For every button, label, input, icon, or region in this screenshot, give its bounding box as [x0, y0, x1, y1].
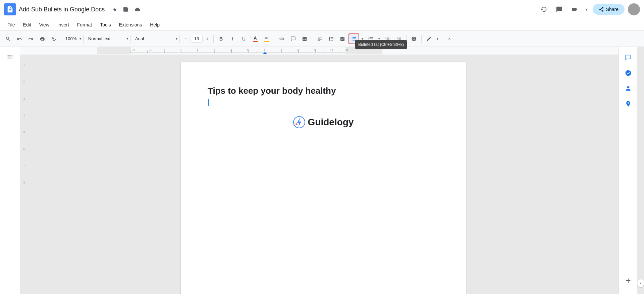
- increase-font-size-button[interactable]: +: [203, 33, 211, 44]
- collapse-toolbar-button[interactable]: [444, 33, 455, 44]
- svg-text:-2: -2: [132, 49, 135, 52]
- add-comment-button[interactable]: [288, 33, 299, 44]
- text-color-button[interactable]: A: [250, 33, 261, 44]
- numbered-list-button[interactable]: [365, 33, 376, 44]
- svg-text:-1: -1: [149, 49, 152, 52]
- star-button[interactable]: ★: [110, 5, 119, 14]
- history-button[interactable]: [538, 3, 550, 15]
- zoom-select[interactable]: 100% 75% 50% 125% 150%: [63, 35, 79, 43]
- clear-formatting-button[interactable]: [409, 33, 419, 44]
- line-spacing-button[interactable]: [326, 33, 336, 44]
- notes-panel-button[interactable]: [622, 51, 635, 64]
- font-size-box: − +: [182, 33, 211, 44]
- cloud-save-button[interactable]: [133, 5, 142, 14]
- ruler-number-7: 7: [20, 163, 28, 180]
- brand-name: Guidelogy: [308, 117, 354, 128]
- svg-rect-1: [97, 47, 131, 54]
- tasks-panel-button[interactable]: [622, 66, 635, 80]
- ruler-area: -2 -1 0 1 2 3 4 5 6: [20, 47, 619, 294]
- contacts-panel-button[interactable]: [622, 82, 635, 95]
- separator-4: [179, 35, 180, 43]
- style-select[interactable]: Normal text Heading 1 Heading 2 Heading …: [86, 35, 126, 43]
- highlight-button[interactable]: ✏: [261, 33, 272, 44]
- decrease-indent-button[interactable]: [382, 33, 393, 44]
- menu-extensions[interactable]: Extensions: [116, 21, 145, 29]
- edit-mode-button[interactable]: [424, 33, 434, 44]
- menu-edit[interactable]: Edit: [20, 21, 35, 29]
- ruler-number-1: 1: [20, 63, 28, 80]
- separator-2: [83, 35, 84, 43]
- collapse-right-panel-button[interactable]: [637, 279, 644, 287]
- separator-7: [312, 35, 312, 43]
- separator-3: [130, 35, 130, 43]
- zoom-wrapper[interactable]: 100% 75% 50% 125% 150%: [63, 35, 81, 43]
- main-layout: -2 -1 0 1 2 3 4 5 6: [0, 47, 644, 294]
- maps-panel-button[interactable]: [622, 97, 635, 111]
- toolbar: 100% 75% 50% 125% 150% Normal text Headi…: [0, 31, 644, 47]
- move-to-button[interactable]: [121, 5, 131, 14]
- doc-title: Add Sub Bullets in Google Docs: [19, 6, 105, 13]
- italic-button[interactable]: I: [227, 33, 238, 44]
- numbered-list-dropdown[interactable]: ▾: [377, 33, 381, 44]
- increase-indent-button[interactable]: [393, 33, 404, 44]
- share-button[interactable]: Share: [593, 4, 625, 15]
- right-panel-collapse: [637, 47, 644, 294]
- menu-file[interactable]: File: [4, 21, 18, 29]
- share-label: Share: [606, 7, 619, 12]
- ruler-number-6: 6: [20, 147, 28, 163]
- separator-6: [274, 35, 274, 43]
- separator-10: [442, 35, 442, 43]
- brand-logo-icon: [293, 116, 305, 128]
- right-panel-icons: [619, 47, 637, 294]
- ruler-number-3: 3: [20, 96, 28, 113]
- decrease-font-size-button[interactable]: −: [182, 33, 190, 44]
- comments-button[interactable]: [553, 3, 565, 15]
- link-button[interactable]: [276, 33, 287, 44]
- spellcheck-button[interactable]: [48, 33, 59, 44]
- bullet-list-button[interactable]: [348, 33, 359, 44]
- add-panel-button[interactable]: [622, 274, 635, 287]
- right-side-panel: [619, 47, 644, 294]
- header-right: ▾ Share: [538, 3, 640, 15]
- title-actions: ★: [110, 5, 142, 14]
- document-heading[interactable]: Tips to keep your body healthy: [208, 86, 439, 96]
- ruler-number-2: 2: [20, 80, 28, 96]
- font-select[interactable]: Arial Times New Roman Courier New: [132, 35, 175, 43]
- align-button[interactable]: [314, 33, 325, 44]
- left-margin-ruler: 1 2 3 4 5 6 7 8: [20, 55, 28, 294]
- underline-button[interactable]: U: [238, 33, 249, 44]
- document-scroll-area[interactable]: Tips to keep your body healthy Guidelogy: [28, 55, 619, 294]
- svg-text:11: 11: [345, 49, 348, 52]
- separator-9: [421, 35, 422, 43]
- redo-button[interactable]: [25, 33, 36, 44]
- print-button[interactable]: [37, 33, 48, 44]
- bold-button[interactable]: B: [216, 33, 226, 44]
- font-wrapper[interactable]: Arial Times New Roman Courier New: [132, 35, 177, 43]
- style-wrapper[interactable]: Normal text Heading 1 Heading 2 Heading …: [86, 35, 128, 43]
- meet-button[interactable]: [569, 3, 581, 15]
- horizontal-ruler: -2 -1 0 1 2 3 4 5 6: [20, 47, 619, 55]
- outline-toggle-button[interactable]: [4, 51, 16, 63]
- title-bar: Add Sub Bullets in Google Docs ★ ▾ Share: [0, 0, 644, 19]
- menu-view[interactable]: View: [36, 21, 53, 29]
- menu-insert[interactable]: Insert: [54, 21, 72, 29]
- svg-rect-2: [345, 47, 382, 54]
- ruler-number-4: 4: [20, 113, 28, 130]
- undo-button[interactable]: [14, 33, 25, 44]
- separator-1: [61, 35, 61, 43]
- menu-tools[interactable]: Tools: [97, 21, 114, 29]
- image-button[interactable]: [299, 33, 310, 44]
- font-size-input[interactable]: [191, 35, 203, 43]
- menu-format[interactable]: Format: [74, 21, 95, 29]
- checklist-button[interactable]: [337, 33, 348, 44]
- edit-mode-dropdown[interactable]: ▾: [435, 33, 440, 44]
- ruler-number-8: 8: [20, 180, 28, 197]
- menu-help[interactable]: Help: [147, 21, 163, 29]
- search-button[interactable]: [3, 33, 13, 44]
- document-page: Tips to keep your body healthy Guidelogy: [181, 62, 466, 294]
- svg-point-46: [296, 123, 298, 125]
- avatar[interactable]: [628, 3, 640, 15]
- meet-dropdown[interactable]: ▾: [584, 3, 589, 15]
- bullet-list-dropdown[interactable]: ▾: [360, 33, 365, 44]
- separator-5: [213, 35, 214, 43]
